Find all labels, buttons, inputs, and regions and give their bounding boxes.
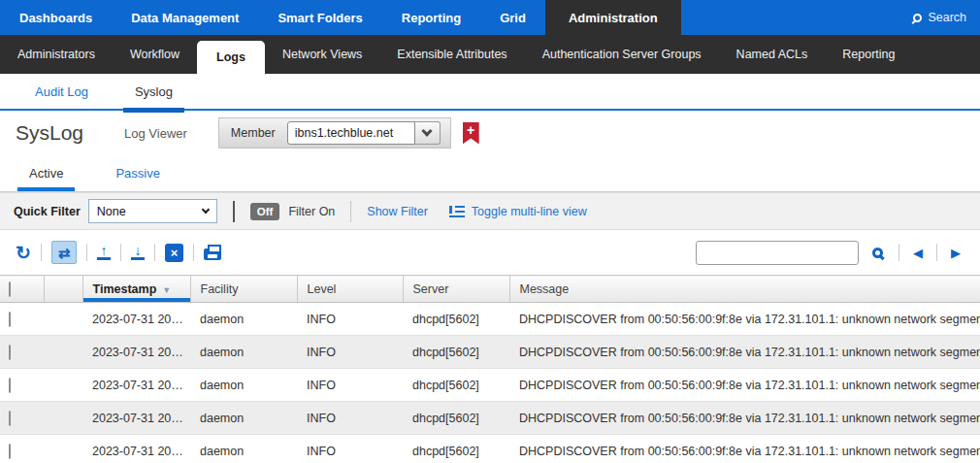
divider bbox=[898, 244, 899, 261]
row-checkbox[interactable] bbox=[9, 444, 11, 459]
toolbar-right-group: ◀ ▶ bbox=[696, 241, 964, 265]
subnav-administrators[interactable]: Administrators bbox=[0, 35, 113, 74]
toggle-multiline-link[interactable]: Toggle multi-line view bbox=[472, 205, 587, 218]
column-header-facility[interactable]: Facility bbox=[190, 276, 297, 303]
table-row[interactable]: 2023-07-31 20… daemon INFO dhcpd[5602] D… bbox=[0, 402, 980, 435]
print-icon[interactable] bbox=[204, 248, 221, 260]
table-row[interactable]: 2023-07-31 20… daemon INFO dhcpd[5602] D… bbox=[0, 336, 980, 369]
table-row[interactable]: 2023-07-31 20… daemon INFO dhcpd[5602] D… bbox=[0, 369, 980, 402]
table-row[interactable]: 2023-07-31 20… daemon INFO dhcpd[5602] D… bbox=[0, 435, 980, 463]
nav-data-management[interactable]: Data Management bbox=[112, 0, 258, 35]
column-header-message[interactable]: Message bbox=[509, 276, 980, 303]
divider bbox=[936, 244, 937, 261]
follow-icon: ⇄ bbox=[58, 246, 71, 260]
row-menu-cell bbox=[44, 435, 82, 463]
column-header-level[interactable]: Level bbox=[297, 276, 403, 303]
cell-facility: daemon bbox=[190, 336, 297, 369]
row-menu-cell bbox=[44, 402, 82, 435]
cell-timestamp: 2023-07-31 20… bbox=[82, 435, 190, 463]
cell-server: dhcpd[5602] bbox=[403, 435, 509, 463]
nav-administration[interactable]: Administration bbox=[545, 0, 681, 35]
subnav-extensible-attributes[interactable]: Extensible Attributes bbox=[379, 35, 524, 74]
page-header: SysLog Log Viewer Member + bbox=[0, 111, 980, 155]
row-menu-cell bbox=[44, 303, 82, 336]
sort-desc-icon: ▼ bbox=[162, 285, 171, 295]
divider bbox=[350, 201, 351, 222]
subnav-reporting[interactable]: Reporting bbox=[825, 35, 912, 74]
nav-smart-folders[interactable]: Smart Folders bbox=[258, 0, 381, 35]
nav-grid[interactable]: Grid bbox=[480, 0, 545, 35]
row-menu-cell bbox=[44, 336, 82, 369]
table-row[interactable]: 2023-07-31 20… daemon INFO dhcpd[5602] D… bbox=[0, 303, 980, 336]
syslog-table: Timestamp▼ Facility Level Server Message… bbox=[0, 275, 980, 463]
nav-dashboards[interactable]: Dashboards bbox=[0, 0, 112, 35]
member-selector-group: Member bbox=[218, 117, 451, 149]
tab-syslog[interactable]: Syslog bbox=[123, 74, 184, 109]
divider bbox=[86, 244, 87, 261]
filter-on-label: Filter On bbox=[288, 205, 335, 218]
cell-server: dhcpd[5602] bbox=[403, 369, 509, 402]
member-dropdown-button[interactable] bbox=[415, 121, 441, 145]
quick-filter-bar: Quick Filter None Off Filter On Show Fil… bbox=[0, 192, 980, 230]
cell-level: INFO bbox=[297, 303, 403, 336]
page-previous-icon[interactable]: ◀ bbox=[909, 246, 927, 260]
tab-active[interactable]: Active bbox=[17, 155, 75, 191]
divider bbox=[233, 201, 235, 222]
column-header-server[interactable]: Server bbox=[403, 276, 509, 303]
admin-subnav: Administrators Workflow Logs Network Vie… bbox=[0, 35, 980, 74]
page-subtitle: Log Viewer bbox=[124, 126, 187, 141]
cell-timestamp: 2023-07-31 20… bbox=[82, 402, 190, 435]
cell-message: DHCPDISCOVER from 00:50:56:00:9f:8e via … bbox=[509, 369, 980, 402]
row-checkbox-cell bbox=[0, 402, 44, 435]
grid-toolbar: ↻ ⇄ ↑ ↓ × ◀ ▶ bbox=[0, 230, 980, 275]
subnav-workflow[interactable]: Workflow bbox=[113, 35, 197, 74]
member-input[interactable] bbox=[287, 121, 415, 145]
follow-toggle-button[interactable]: ⇄ bbox=[51, 241, 77, 264]
nav-reporting[interactable]: Reporting bbox=[382, 0, 480, 35]
global-search[interactable]: Search bbox=[899, 0, 980, 35]
page-next-icon[interactable]: ▶ bbox=[947, 246, 964, 260]
member-combo bbox=[287, 121, 441, 145]
filter-toggle-button[interactable]: Off bbox=[250, 203, 280, 220]
cell-server: dhcpd[5602] bbox=[403, 336, 509, 369]
row-menu-cell bbox=[44, 369, 82, 402]
row-checkbox[interactable] bbox=[9, 312, 11, 327]
search-icon bbox=[913, 14, 922, 22]
bookmark-add-icon[interactable]: + bbox=[463, 122, 479, 145]
log-view-tabs: Audit Log Syslog bbox=[0, 74, 980, 111]
divider bbox=[154, 244, 155, 261]
syslog-app: Dashboards Data Management Smart Folders… bbox=[0, 0, 980, 463]
refresh-icon[interactable]: ↻ bbox=[16, 244, 31, 262]
cell-message: DHCPDISCOVER from 00:50:56:00:9f:8e via … bbox=[509, 402, 980, 435]
divider bbox=[193, 244, 194, 261]
upload-icon[interactable]: ↑ bbox=[97, 246, 111, 260]
subnav-network-views[interactable]: Network Views bbox=[265, 35, 379, 74]
tab-audit-log[interactable]: Audit Log bbox=[23, 74, 100, 109]
member-label: Member bbox=[231, 126, 276, 140]
cell-timestamp: 2023-07-31 20… bbox=[82, 303, 190, 336]
quick-filter-value: None bbox=[97, 205, 126, 218]
row-checkbox-cell bbox=[0, 336, 44, 369]
table-search-input[interactable] bbox=[696, 241, 859, 265]
subnav-named-acls[interactable]: Named ACLs bbox=[719, 35, 826, 74]
cell-server: dhcpd[5602] bbox=[403, 402, 509, 435]
multiline-view-icon[interactable] bbox=[449, 205, 465, 217]
page-title: SysLog bbox=[16, 121, 83, 145]
download-icon[interactable]: ↓ bbox=[131, 246, 145, 260]
row-checkbox[interactable] bbox=[9, 411, 11, 426]
toolbar-left-group: ↻ ⇄ ↑ ↓ × bbox=[16, 241, 221, 264]
cell-facility: daemon bbox=[190, 303, 297, 336]
cell-level: INFO bbox=[297, 369, 403, 402]
column-header-timestamp[interactable]: Timestamp▼ bbox=[82, 276, 190, 303]
quick-filter-select[interactable]: None bbox=[88, 199, 217, 223]
tab-passive[interactable]: Passive bbox=[104, 155, 172, 191]
row-checkbox[interactable] bbox=[9, 378, 11, 393]
clear-icon[interactable]: × bbox=[165, 244, 183, 262]
select-all-checkbox[interactable] bbox=[9, 281, 11, 297]
table-search-icon[interactable] bbox=[872, 248, 883, 258]
show-filter-link[interactable]: Show Filter bbox=[367, 205, 428, 218]
cell-message: DHCPDISCOVER from 00:50:56:00:9f:8e via … bbox=[509, 336, 980, 369]
row-checkbox[interactable] bbox=[9, 345, 11, 360]
subnav-logs[interactable]: Logs bbox=[197, 41, 265, 74]
subnav-auth-server-groups[interactable]: Authentication Server Groups bbox=[525, 35, 719, 74]
